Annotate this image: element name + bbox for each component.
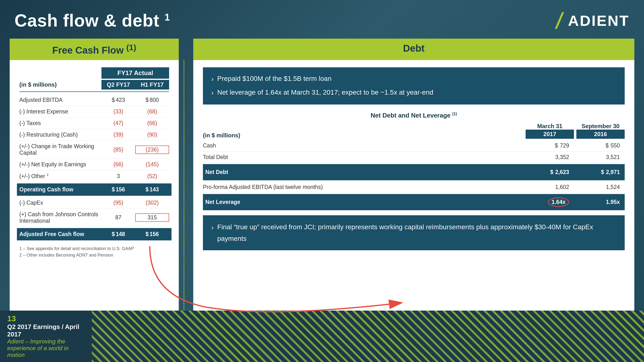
left-section-superscript: (1) bbox=[126, 43, 136, 52]
logo-area: ADIENT bbox=[554, 12, 630, 29]
debt-row-net-leverage: Net Leverage 1.64x 1.95x bbox=[203, 194, 625, 210]
row-label: (+/-) Change in Trade Working Capital bbox=[19, 143, 102, 156]
footer-page-number: 13 bbox=[7, 314, 84, 323]
debt-row-net-debt: Net Debt $2,623 $2,971 bbox=[203, 164, 625, 181]
debt-cell-sept: $2,971 bbox=[576, 169, 625, 175]
table-header-row: (in $ millions) Q2 FY17 H1 FY17 bbox=[19, 80, 169, 92]
bullet-arrow-icon: › bbox=[211, 88, 214, 98]
col-header-q2: Q2 FY17 bbox=[102, 80, 135, 89]
col-header-h1: H1 FY17 bbox=[135, 80, 169, 89]
row-values: (39) (90) bbox=[102, 131, 169, 138]
bullet-arrow-icon: › bbox=[211, 74, 214, 85]
footnote-1: 1 – See appendix for detail and reconcil… bbox=[19, 245, 169, 252]
footnotes: 1 – See appendix for detail and reconcil… bbox=[19, 245, 169, 259]
col-sept: September 30 2016 bbox=[576, 123, 625, 139]
debt-col-label: (in $ millions) bbox=[203, 132, 526, 139]
fy17-box: FY17 Actual bbox=[102, 67, 169, 79]
fcf-row-net-equity: (+/-) Net Equity in Earnings (66) (145) bbox=[19, 159, 169, 170]
debt-row-label: Total Debt bbox=[203, 154, 526, 160]
debt-cell-sept: $550 bbox=[576, 142, 625, 149]
main-content: Free Cash Flow (1) Debt FY17 Actual (in … bbox=[0, 39, 644, 311]
bullet-text-1: Prepaid $100M of the $1.5B term loan bbox=[217, 73, 332, 85]
cell-q2: (47) bbox=[102, 120, 135, 126]
title-superscript: 1 bbox=[164, 12, 170, 22]
row-label: (-) Taxes bbox=[19, 120, 102, 126]
cell-q2: (33) bbox=[102, 108, 135, 115]
net-debt-title-text: Net Debt and Net Leverage bbox=[370, 112, 450, 119]
footer-subtitle: Adient – Improving the experience of a w… bbox=[7, 338, 84, 359]
sept-year: 2016 bbox=[576, 130, 625, 139]
left-panel: FY17 Actual (in $ millions) Q2 FY17 H1 F… bbox=[10, 60, 179, 311]
debt-bottom-box: › Final “true up” received from JCI; pri… bbox=[203, 215, 625, 250]
cell-h1: (236) bbox=[135, 145, 169, 154]
bullet-item-1: › Prepaid $100M of the $1.5B term loan bbox=[211, 73, 616, 85]
row-label: (-) Interest Expense bbox=[19, 108, 102, 115]
cell-h1: 315 bbox=[135, 213, 169, 222]
debt-row-values: $729 $550 bbox=[526, 142, 625, 149]
col-headers: Q2 FY17 H1 FY17 bbox=[102, 80, 169, 89]
fcf-row-taxes: (-) Taxes (47) (66) bbox=[19, 117, 169, 129]
debt-row-proforma-ebitda: Pro-forma Adjusted EBITDA (last twelve m… bbox=[203, 181, 625, 193]
footer-pattern bbox=[92, 311, 644, 362]
svg-line-0 bbox=[556, 12, 563, 29]
cell-h1: (68) bbox=[135, 108, 169, 115]
logo-slash-icon bbox=[554, 12, 566, 29]
debt-cell-march: 1.64x bbox=[526, 197, 574, 207]
fcf-row-capex: (-) CapEx (95) (302) bbox=[19, 197, 169, 209]
cell-h1: (302) bbox=[135, 200, 169, 206]
fcf-row-adjusted-ebitda: Adjusted EBITDA $423 $800 bbox=[19, 94, 169, 106]
fcf-row-other: (+/-) Other 2 3 (52) bbox=[19, 170, 169, 182]
debt-cell-march: 1,602 bbox=[526, 184, 574, 190]
page-title: Cash flow & debt 1 bbox=[14, 11, 170, 30]
cell-h1: (66) bbox=[135, 120, 169, 126]
debt-cell-march: 3,352 bbox=[526, 154, 574, 160]
debt-row-values: 1.64x 1.95x bbox=[526, 197, 625, 207]
cell-h1: $156 bbox=[135, 231, 169, 238]
cell-q2: 87 bbox=[102, 214, 135, 221]
col-march: March 31 2017 bbox=[526, 123, 574, 139]
march-date: March 31 bbox=[537, 123, 562, 130]
circle-highlight: 1.64x bbox=[548, 197, 569, 207]
sept-date: September 30 bbox=[582, 123, 619, 130]
footnote-2: 2 – Other includes Becoming ADNT and Pen… bbox=[19, 252, 169, 259]
row-values: (47) (66) bbox=[102, 120, 169, 126]
row-label: (+/-) Other 2 bbox=[19, 173, 102, 180]
left-section-title: Free Cash Flow bbox=[52, 45, 124, 55]
cell-q2: $148 bbox=[102, 231, 135, 238]
row-values: $156 $143 bbox=[102, 186, 169, 193]
debt-cell-march: $729 bbox=[526, 142, 574, 149]
bullet-text-2: Net leverage of 1.64x at March 31, 2017;… bbox=[217, 87, 433, 98]
cell-h1: $800 bbox=[135, 97, 169, 103]
row-values: $423 $800 bbox=[102, 97, 169, 103]
cell-q2: (95) bbox=[102, 200, 135, 206]
fcf-row-interest: (-) Interest Expense (33) (68) bbox=[19, 106, 169, 117]
fcf-row-jci-cash: (+) Cash from Johnson Controls Internati… bbox=[19, 209, 169, 227]
row-label: Adjusted Free Cash flow bbox=[19, 231, 102, 238]
logo-text: ADIENT bbox=[568, 12, 630, 29]
debt-bottom-bullet: › Final “true up” received from JCI; pri… bbox=[211, 221, 616, 244]
cell-q2: 3 bbox=[102, 173, 135, 180]
row-values: 3 (52) bbox=[102, 173, 169, 180]
debt-cell-sept: 1.95x bbox=[576, 197, 625, 207]
row-values: 87 315 bbox=[102, 213, 169, 222]
bullet-arrow-icon: › bbox=[211, 222, 214, 244]
debt-row-values: $2,623 $2,971 bbox=[526, 169, 625, 175]
right-section-title: Debt bbox=[403, 43, 425, 53]
row-label: (-) Restructuring (Cash) bbox=[19, 131, 102, 138]
debt-row-total-debt: Total Debt 3,352 3,521 bbox=[203, 152, 625, 163]
fy17-header: FY17 Actual bbox=[19, 67, 169, 79]
title-text: Cash flow & debt bbox=[14, 11, 160, 30]
debt-bottom-text: Final “true up” received from JCI; prima… bbox=[217, 221, 616, 244]
cell-h1: (52) bbox=[135, 173, 169, 180]
row-label: (-) CapEx bbox=[19, 200, 102, 206]
cell-q2: $156 bbox=[102, 186, 135, 193]
row-values: (95) (302) bbox=[102, 200, 169, 206]
net-debt-superscript: (1) bbox=[452, 112, 457, 116]
debt-cell-sept: 3,521 bbox=[576, 154, 625, 160]
bullet-item-2: › Net leverage of 1.64x at March 31, 201… bbox=[211, 87, 616, 98]
section-divider bbox=[184, 60, 188, 311]
cell-q2: (66) bbox=[102, 161, 135, 168]
cell-h1: (145) bbox=[135, 161, 169, 168]
footer: 13 Q2 2017 Earnings / April 2017 Adient … bbox=[0, 311, 644, 362]
debt-row-label: Net Debt bbox=[203, 167, 526, 178]
